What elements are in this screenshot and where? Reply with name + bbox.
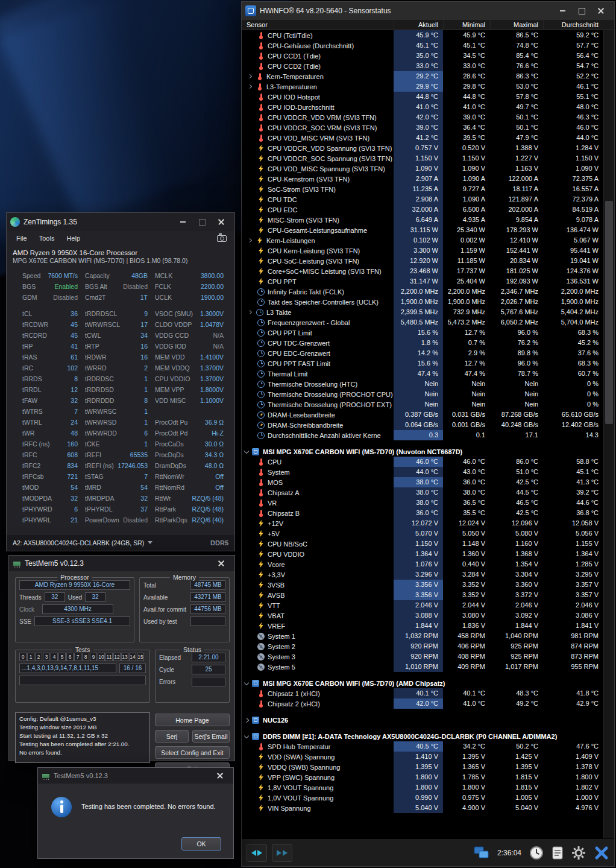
sensor-row[interactable]: VPP (SWC) Spannung1.800 V1.785 V1.815 V1… [242,772,603,782]
sensor-row[interactable]: CPU PPT31.147 W25.404 W192.093 W136.531 … [242,276,603,287]
remote-monitor-button[interactable] [474,846,489,860]
sensor-row[interactable]: VDDQ (SWB) Spannung1.395 V1.365 V1.395 V… [242,762,603,772]
menu-help[interactable]: Help [61,233,85,243]
scrollbar-thumb[interactable] [605,201,613,424]
test-digit[interactable]: 7 [74,653,81,661]
sensor-row[interactable]: System 2920 RPM406 RPM925 RPM874 RPM [242,641,603,651]
sensor-row[interactable]: Takt des Speicher-Controllers (UCLK)1,90… [242,297,603,307]
test-digit[interactable]: 8 [82,653,89,661]
sensor-section[interactable]: MSI MPG X670E CARBON WIFI (MS-7D70) (Nuv… [242,446,603,457]
dialog-titlebar[interactable]: TestMem5 v0.12.3 [38,768,233,784]
sensor-row[interactable]: MOS38.0 °C36.0 °C42.5 °C41.3 °C [242,477,603,487]
section-chevron-icon[interactable] [244,717,249,722]
close-button[interactable] [210,769,230,782]
sensor-row[interactable]: CPU PPT FAST Limit15.6 %12.7 %96.0 %68.3… [242,358,603,369]
sensor-row[interactable]: Chipsatz A38.0 °C38.0 °C44.5 °C39.2 °C [242,487,603,498]
sensor-row[interactable]: Chipsatz 1 (xHCI)40.1 °C40.1 °C48.3 °C41… [242,688,603,699]
sensor-row[interactable]: 1,0V VOUT Spannung0.990 V0.975 V1.005 V1… [242,793,603,803]
column-minimal[interactable]: Minimal [443,20,490,30]
sensor-row[interactable]: 3VSB3.356 V3.352 V3.360 V3.357 V [242,580,603,590]
select-config-exit-button[interactable]: Select Config and Exit [155,746,230,759]
maximize-button[interactable] [572,4,591,17]
sensor-row[interactable]: CPU TDC-Grenzwert1.8 %0.7 %76.2 %45.2 % [242,338,603,348]
sensor-row[interactable]: 1,8V VOUT Spannung1.800 V1.800 V1.815 V1… [242,782,603,793]
sensor-row[interactable]: CPU (Tctl/Tdie)45.9 °C45.9 °C86.5 °C59.2… [242,30,603,40]
sensor-row[interactable]: CPU VDDCR_SOC VRM (SVI3 TFN)39.0 °C36.4 … [242,122,603,133]
sensor-row[interactable]: CPU Kern-Leistung (SVI3 TFN)3.300 W1.159… [242,246,603,256]
zentimings-titlebar[interactable]: ZenTimings 1.35 [7,213,234,231]
close-button[interactable] [212,215,231,229]
sensor-section[interactable]: MSI MPG X670E CARBON WIFI (MS-7D70) (AMD… [242,678,603,688]
clock-button[interactable] [529,846,544,860]
expand-chevron-icon[interactable] [248,84,252,89]
sensor-row[interactable]: DRAM-Schreibbandbreite0.064 GB/s0.001 GB… [242,420,603,430]
test-digit[interactable]: 9 [90,653,97,661]
test-digit[interactable]: 14 [129,653,136,661]
sensor-row[interactable]: CPU VDD_MISC VRM (SVI3 TFN)41.2 °C39.5 °… [242,133,603,143]
sensor-row[interactable]: CPU EDC32.000 A6.500 A202.000 A84.519 A [242,204,603,215]
sensor-row[interactable]: Thermal Limit47.4 %47.4 %78.7 %60.7 % [242,369,603,379]
sensor-row[interactable]: Chipsatz 2 (xHCI)42.0 °C41.0 °C49.2 °C42… [242,699,603,709]
sensor-row[interactable]: Durchschnittliche Anzahl aktiver Kerne0.… [242,430,603,440]
sensor-row[interactable]: CPU-Gehäuse (Durchschnitt)45.1 °C45.1 °C… [242,40,603,51]
sensor-row[interactable]: CPU-SoC-Leistung (SVI3 TFN)12.920 W11.18… [242,256,603,266]
sensor-section[interactable]: NUC126 [242,715,603,725]
sensor-row[interactable]: +5V5.070 V5.050 V5.080 V5.056 V [242,528,603,539]
sensor-row[interactable]: SoC-Strom (SVI3 TFN)11.235 A9.727 A18.11… [242,184,603,194]
sensor-row[interactable]: Chipsatz B36.0 °C35.5 °C42.5 °C36.8 °C [242,508,603,518]
test-digit[interactable]: 6 [66,653,74,661]
fast-forward-button[interactable] [272,844,292,862]
home-page-button[interactable]: Home Page [155,714,230,726]
test-digit[interactable]: 5 [58,653,66,661]
serj-email-button[interactable]: Serj's Email [192,730,230,743]
sensor-row[interactable]: CPU VDDCR_SOC Spannung (SVI3 TFN)1.150 V… [242,153,603,163]
sensor-row[interactable]: VIN Spannung5.040 V4.900 V5.040 V4.976 V [242,803,603,813]
minimize-button[interactable] [553,4,572,17]
sensor-row[interactable]: Infinity Fabric Takt (FCLK)2,200.0 MHz2,… [242,287,603,297]
section-chevron-icon[interactable] [244,680,249,685]
settings-gear-button[interactable] [571,846,586,860]
sensor-row[interactable]: CPU-Gesamt-Leistungsaufnahme31.115 W25.3… [242,225,603,235]
sensor-row[interactable]: CPU NB/SoC1.150 V1.148 V1.160 V1.155 V [242,539,603,549]
maximize-button[interactable] [192,215,212,229]
sensor-row[interactable]: CPU CCD1 (Tdie)35.0 °C34.5 °C85.4 °C56.4… [242,51,603,61]
menu-tools[interactable]: Tools [34,233,60,243]
sensor-row[interactable]: L3-Temperaturen29.9 °C29.8 °C53.0 °C46.1… [242,81,603,92]
test-digit[interactable]: 0 [19,653,27,661]
test-digit[interactable]: 3 [43,653,50,661]
navigate-arrows-button[interactable] [247,844,267,862]
sensor-row[interactable]: DRAM-Lesebandbreite0.387 GB/s0.031 GB/s8… [242,410,603,420]
section-chevron-icon[interactable] [244,733,249,738]
sensor-row[interactable]: CPU CCD2 (Tdie)33.0 °C33.0 °C76.6 °C54.7… [242,61,603,71]
sensor-row[interactable]: System 51,010 RPM409 RPM1,017 RPM955 RPM [242,662,603,672]
expand-chevron-icon[interactable] [248,74,252,78]
sensor-row[interactable]: VDD (SWA) Spannung1.410 V1.395 V1.425 V1… [242,752,603,762]
test-digit[interactable]: 11 [105,653,113,661]
sensor-row[interactable]: Vcore1.076 V0.440 V1.354 V1.285 V [242,559,603,569]
column-durchschnitt[interactable]: Durchschnitt [543,20,603,30]
sensor-row[interactable]: VBAT3.088 V3.080 V3.092 V3.086 V [242,610,603,621]
sensor-row[interactable]: +12V12.072 V12.024 V12.096 V12.058 V [242,518,603,528]
column-aktuell[interactable]: Aktuell [394,20,443,30]
sensor-row[interactable]: CPU VDDCR_VDD Spannung (SVI3 TFN)0.757 V… [242,143,603,153]
sensor-row[interactable]: CPU VDD_MISC Spannung (SVI3 TFN)1.090 V1… [242,163,603,174]
testmem5-titlebar[interactable]: TestMem5 v0.12.3 [9,556,234,571]
sensor-row[interactable]: CPU VDDIO1.364 V1.360 V1.368 V1.364 V [242,549,603,559]
minimize-button[interactable] [173,215,192,229]
sensor-row[interactable]: System44.0 °C43.0 °C51.0 °C45.1 °C [242,467,603,477]
report-button[interactable] [552,846,564,860]
menu-file[interactable]: File [11,233,32,243]
test-digit[interactable]: 10 [98,653,105,661]
sensor-row[interactable]: +3,3V3.296 V3.284 V3.304 V3.295 V [242,569,603,580]
sensor-row[interactable]: System 11,032 RPM458 RPM1,040 RPM981 RPM [242,631,603,641]
ram-slot-dropdown[interactable]: A2: AX5U8000C4024G-DCLARBK (24GB, SR) [13,539,144,546]
hwinfo-titlebar[interactable]: HWiNFO® 64 v8.20-5640 - Sensorstatus [242,2,614,20]
column-sensor[interactable]: Sensor [242,21,394,28]
sensor-row[interactable]: VR38.0 °C36.5 °C46.5 °C44.6 °C [242,498,603,508]
exit-button[interactable] [594,845,609,861]
sensor-row[interactable]: Thermische Drosselung (PROCHOT EXT)NeinN… [242,399,603,410]
sensor-row[interactable]: CPU-Kernstrom (SVI3 TFN)2.907 A1.090 A12… [242,174,603,184]
test-digit[interactable]: 15 [137,653,144,661]
sensor-row[interactable]: MISC-Strom (SVI3 TFN)6.649 A4.935 A9.854… [242,215,603,225]
test-digit[interactable]: 12 [113,653,121,661]
